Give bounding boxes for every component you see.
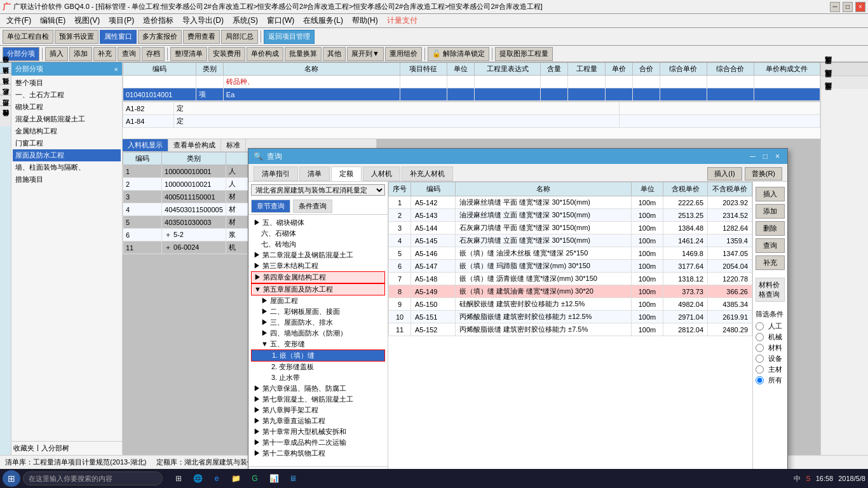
cell-qty-expr[interactable] bbox=[474, 88, 540, 101]
library-select[interactable]: 湖北省房屋建筑与装饰工程消耗量定 bbox=[251, 184, 385, 196]
dialog-min-btn[interactable]: ─ bbox=[747, 152, 758, 161]
dialog-close-btn[interactable]: × bbox=[773, 152, 782, 161]
tree-item-ch5[interactable]: ▼ 第五章屋面及防水工程 bbox=[251, 283, 385, 295]
sub-item-row[interactable]: A1-84 定 bbox=[123, 115, 820, 128]
tree-item-brick-trench[interactable]: 七、砖地沟 bbox=[251, 239, 385, 250]
taskbar-icon-edge[interactable]: 🌐 bbox=[189, 470, 206, 487]
cell-qty[interactable] bbox=[568, 88, 605, 101]
maximize-btn[interactable]: □ bbox=[843, 2, 853, 12]
section-compliance[interactable]: 符合性检查结果 bbox=[0, 116, 11, 126]
sidebar-concrete[interactable]: 混凝土及钢筋混凝土工 bbox=[13, 113, 121, 125]
tree-item-roof[interactable]: ▶ 屋面工程 bbox=[251, 295, 385, 306]
action-delete[interactable]: 删除 bbox=[756, 221, 785, 236]
cell-type[interactable] bbox=[196, 76, 223, 88]
radio-material[interactable]: 材料 bbox=[756, 343, 785, 353]
tab-fenbu[interactable]: 分部分项 bbox=[3, 47, 39, 61]
cell-content[interactable] bbox=[541, 88, 568, 101]
sub-item-row[interactable]: A1-82 定 bbox=[123, 102, 820, 115]
cell-unit[interactable] bbox=[447, 76, 474, 88]
right-panel-item2[interactable]: 房屋建筑工程 bbox=[821, 76, 868, 89]
tab-materials-input[interactable]: 入料机显示 bbox=[123, 139, 168, 151]
btn-partial-sum[interactable]: 局部汇总 bbox=[221, 30, 258, 44]
tree-item-ch3[interactable]: ▶ 第三章木结构工程 bbox=[251, 261, 385, 271]
tree-item-ch6[interactable]: ▶ 第六章保温、隔热、防腐工 bbox=[251, 383, 385, 394]
cell-unit[interactable] bbox=[447, 88, 474, 101]
tab-chapter-search[interactable]: 章节查询 bbox=[251, 200, 290, 213]
sidebar-whole-project[interactable]: 整个项目 bbox=[13, 77, 121, 89]
result-row[interactable]: 9 A5-150 硅酮胶嵌缝 建筑密封胶位移能力 ±12.5% 100m 498… bbox=[389, 298, 752, 311]
cell-code[interactable] bbox=[123, 76, 196, 88]
dialog-max-btn[interactable]: □ bbox=[761, 152, 770, 161]
sidebar-metal[interactable]: 金属结构工程 bbox=[13, 125, 121, 137]
cell-cprice[interactable] bbox=[660, 76, 707, 88]
cell-name[interactable]: 砖品种、 bbox=[223, 76, 400, 88]
btn-unit-check[interactable]: 单位工程自检 bbox=[3, 30, 53, 44]
menu-system[interactable]: 系统(S) bbox=[229, 14, 262, 27]
tree-item-ch11[interactable]: ▶ 第十一章成品构件二次运输 bbox=[251, 437, 385, 448]
action-supplement[interactable]: 补充 bbox=[756, 255, 785, 270]
menu-file[interactable]: 文件(F) bbox=[3, 14, 35, 27]
btn-supplement[interactable]: 补充 bbox=[93, 47, 116, 61]
cell-total[interactable] bbox=[632, 76, 660, 88]
menu-project[interactable]: 项目(P) bbox=[105, 14, 138, 27]
btn-extract[interactable]: 提取图形工程量 bbox=[495, 47, 553, 61]
menu-calc[interactable]: 计量支付 bbox=[383, 14, 421, 27]
result-row[interactable]: 3 A5-144 石灰麻刀填缝 平面 缝宽*缝深 30*150(mm) 100m… bbox=[389, 222, 752, 234]
sidebar-wall-decor[interactable]: 墙、柱面装饰与隔断、 bbox=[13, 161, 121, 173]
radio-equipment[interactable]: 设备 bbox=[756, 354, 785, 363]
menu-view[interactable]: 视图(V) bbox=[71, 14, 104, 27]
taskbar-icon-task[interactable]: ⊞ bbox=[170, 470, 187, 487]
btn-fee-view[interactable]: 费用查看 bbox=[183, 30, 220, 44]
taskbar-icon-file[interactable]: 📁 bbox=[227, 470, 244, 487]
tree-item-roof4[interactable]: ▶ 四、墙地面防水（防潮） bbox=[251, 328, 385, 339]
action-query[interactable]: 查询 bbox=[756, 238, 785, 253]
cell-pfile[interactable] bbox=[754, 76, 820, 88]
taskbar-icon-app2[interactable]: 📊 bbox=[266, 470, 282, 487]
radio-machine[interactable]: 机械 bbox=[756, 332, 785, 342]
btn-return[interactable]: 返回项目管理 bbox=[264, 30, 315, 44]
close-btn[interactable]: × bbox=[855, 2, 865, 12]
btn-reuse[interactable]: 重用组价 bbox=[385, 47, 422, 61]
tree-item-ch8[interactable]: ▶ 第八章脚手架工程 bbox=[251, 405, 385, 416]
taskbar-search[interactable]: 在这里输入你要搜索的内容 bbox=[23, 471, 163, 485]
menu-edit[interactable]: 编辑(E) bbox=[36, 14, 69, 27]
cell-ctotal[interactable] bbox=[707, 88, 754, 101]
result-row[interactable]: 4 A5-145 石灰麻刀填缝 立面 缝宽*缝深 30*150(mm) 100m… bbox=[389, 234, 752, 247]
btn-properties[interactable]: 属性窗口 bbox=[100, 30, 137, 44]
taskbar-icon-ie[interactable]: e bbox=[208, 470, 225, 487]
tree-item-stop-water[interactable]: 3. 止水带 bbox=[251, 372, 385, 383]
tree-item-roof2[interactable]: ▶ 二、彩钢板屋面、接面 bbox=[251, 306, 385, 317]
section-measures[interactable]: 措施项目 bbox=[0, 73, 11, 84]
tree-item-deform[interactable]: ▼ 五、变形缝 bbox=[251, 339, 385, 349]
tree-item-ch2[interactable]: ▶ 第二章混凝土及钢筋混凝土工 bbox=[251, 250, 385, 261]
result-row[interactable]: 6 A5-147 嵌（填）缝 玛蹄脂 缝宽*缝深(mm) 30*150 100m… bbox=[389, 260, 752, 273]
result-row[interactable]: 7 A5-148 嵌（填）缝 沥青嵌缝 缝宽*缝深(mm) 30*150 100… bbox=[389, 273, 752, 285]
tree-item-cover[interactable]: 2. 变形缝盖板 bbox=[251, 362, 385, 372]
sidebar-measures-item[interactable]: 措施项目 bbox=[13, 173, 121, 186]
tab-list[interactable]: 清单 bbox=[299, 166, 330, 181]
cell-uprice[interactable] bbox=[605, 88, 632, 101]
tree-item-masonry[interactable]: ▶ 五、砌块砌体 bbox=[251, 217, 385, 228]
section-fenbu[interactable]: 分部分项 bbox=[0, 62, 11, 73]
material-price-btn[interactable]: 材料价格查询 bbox=[756, 278, 785, 302]
btn-batch[interactable]: 批量换算 bbox=[285, 47, 322, 61]
btn-insert[interactable]: 插入 bbox=[45, 47, 68, 61]
section-materials[interactable]: 人材机汇总 bbox=[0, 95, 11, 105]
radio-labor[interactable]: 人工 bbox=[756, 322, 785, 331]
btn-arrange[interactable]: 整理清单 bbox=[170, 47, 207, 61]
btn-budget-setup[interactable]: 预算书设置 bbox=[55, 30, 98, 44]
menu-import[interactable]: 导入导出(D) bbox=[179, 14, 227, 27]
tree-item-fill-joint[interactable]: 1. 嵌（填）缝 bbox=[251, 349, 385, 362]
tree-item-roof3[interactable]: ▶ 三、屋面防水、排水 bbox=[251, 317, 385, 328]
replace-btn[interactable]: 普换(R) bbox=[745, 167, 782, 180]
sidebar-roofing[interactable]: 屋面及防水工程 bbox=[13, 149, 121, 161]
btn-collect[interactable]: 收藏夹 bbox=[13, 444, 34, 453]
result-row[interactable]: 2 A5-143 油浸麻丝填缝 立面 缝宽*缝深 30*150(mm) 100m… bbox=[389, 209, 752, 222]
minimize-btn[interactable]: ─ bbox=[830, 2, 840, 12]
action-insert[interactable]: 插入 bbox=[756, 187, 785, 201]
tree-item-ch10[interactable]: ▶ 第十章常用大型机械安拆和 bbox=[251, 426, 385, 437]
sidebar-earthwork[interactable]: 一、土石方工程 bbox=[13, 89, 121, 101]
cell-name[interactable]: Ea bbox=[223, 88, 400, 101]
sidebar-masonry[interactable]: 砌块工程 bbox=[13, 101, 121, 113]
cell-code[interactable]: 010401014001 bbox=[123, 88, 196, 101]
